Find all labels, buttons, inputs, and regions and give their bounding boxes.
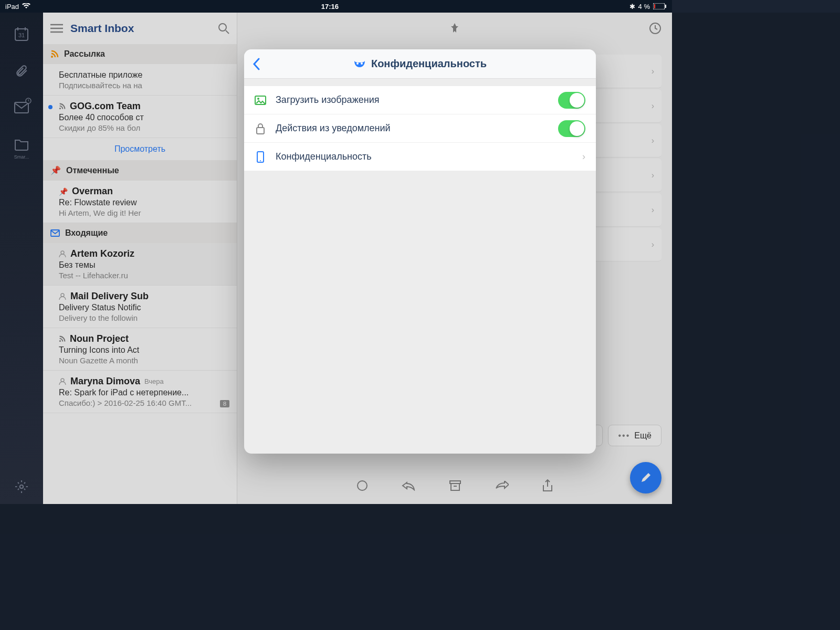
bluetooth-icon: ✱ (629, 3, 635, 10)
setting-privacy[interactable]: Конфиденциальность › (244, 143, 596, 171)
back-button[interactable] (253, 58, 260, 70)
setting-label: Действия из уведомлений (276, 123, 549, 134)
svg-point-30 (257, 98, 259, 100)
device-icon (255, 151, 266, 163)
svg-point-27 (356, 62, 359, 65)
wifi-icon (22, 3, 30, 9)
svg-rect-31 (257, 128, 264, 134)
modal-settings-list: Загрузить изображения Действия из уведом… (244, 86, 596, 171)
setting-label: Конфиденциальность (276, 151, 573, 162)
toggle-switch[interactable] (558, 120, 585, 137)
modal-title: Конфиденциальность (371, 58, 487, 70)
device-label: iPad (5, 3, 19, 10)
chevron-right-icon: › (582, 151, 585, 162)
svg-point-33 (260, 160, 261, 161)
clock: 17:16 (321, 3, 339, 10)
privacy-modal: Конфиденциальность Загрузить изображения… (244, 49, 596, 454)
setting-load-images[interactable]: Загрузить изображения (244, 86, 596, 114)
svg-point-28 (361, 62, 363, 65)
modal-header: Конфиденциальность (244, 49, 596, 79)
status-bar: iPad 17:16 ✱ 4 % (0, 0, 672, 13)
lock-icon (255, 123, 266, 134)
svg-rect-1 (665, 5, 666, 8)
image-icon (255, 96, 266, 105)
mask-icon (353, 60, 366, 68)
battery-level: 4 % (638, 3, 650, 10)
modal-overlay[interactable]: Конфиденциальность Загрузить изображения… (0, 13, 672, 504)
setting-notification-actions[interactable]: Действия из уведомлений (244, 114, 596, 143)
toggle-switch[interactable] (558, 92, 585, 109)
setting-label: Загрузить изображения (276, 94, 549, 106)
svg-rect-2 (654, 4, 655, 8)
battery-icon (653, 3, 667, 9)
